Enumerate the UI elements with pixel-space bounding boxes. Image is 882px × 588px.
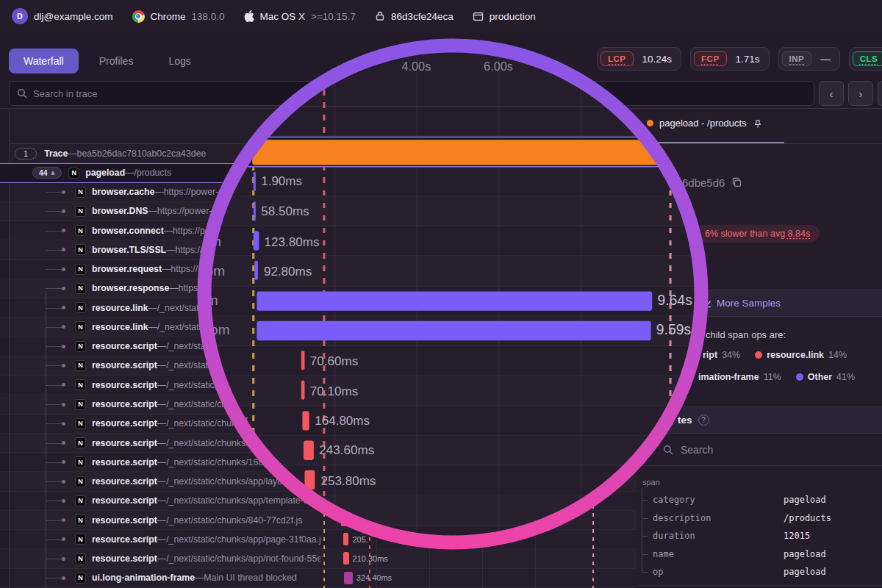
op-desc-separator: — [157,360,166,370]
attribute-value: pageload [784,495,826,505]
tab-profiles[interactable]: Profiles [85,49,148,74]
chevron-up-icon: ∧ [51,170,56,176]
search-icon [17,88,27,98]
span-op: resource.script [92,418,157,429]
nextjs-icon: N [75,244,86,255]
detail-tab-row: pageload - /products [637,109,882,144]
tab-waterfall[interactable]: Waterfall [9,49,79,74]
user-email: dlj@example.com [34,11,113,22]
nextjs-icon: N [75,379,86,390]
nextjs-icon: N [68,168,79,179]
span-duration-label: 210.30ms [353,554,388,563]
span-op: resource.script [92,399,157,409]
child-count-pill[interactable]: 1 [15,148,37,159]
environment-name: production [490,11,536,22]
span-op: resource.script [92,380,157,390]
span-op: resource.script [92,515,157,526]
op-desc-separator: — [157,515,166,526]
tree-connector [46,211,62,212]
span-description: /_next/static/chunks/app/page-31f0aa.js [166,534,320,545]
span-row[interactable]: Nresource.script — /_next/static/chunks/… [0,530,637,549]
tree-node-dot [62,345,65,348]
op-breakdown-label: resource.link [767,350,824,360]
tree-connector [46,250,62,251]
view-tabs: Waterfall Profiles Logs [9,49,206,74]
tree-cell: Nresource.script — /_next/static/chunks/… [0,549,320,567]
vital-inp[interactable]: INP — [778,47,840,71]
vital-fcp[interactable]: FCP 1.71s [690,47,770,71]
avg-duration: 8.84s [788,229,811,239]
tree-node-dot [62,248,65,251]
tree-connector [46,269,62,270]
attribute-row: description/products [637,509,882,528]
attribute-row: duration12015 [637,527,882,545]
release-chip: 86d3cfe24eca [375,11,453,22]
attribute-row: categorypageload [637,491,882,509]
vital-lcp[interactable]: LCP 10.24s [597,47,681,71]
search-placeholder: Search in trace [33,88,97,99]
span-op-dot [647,120,653,126]
attributes-group-label: span [642,478,660,487]
pin-icon[interactable] [753,118,763,129]
detail-tab-label: pageload - /products [659,118,747,129]
span-row[interactable]: Nresource.script — /_next/static/chunks/… [0,549,637,568]
span-description: /_next/static/chunks/840-77cd2f.js [166,515,302,526]
tree-connector [46,578,62,578]
span-op: resource.script [92,495,157,506]
tree-connector [46,559,62,559]
tree-connector [46,308,62,309]
span-bar[interactable] [343,533,348,545]
nextjs-icon: N [75,225,86,236]
span-bar[interactable] [341,514,346,526]
help-icon[interactable]: ? [698,415,709,426]
nextjs-icon: N [75,418,86,429]
span-bar[interactable] [344,572,353,584]
span-op: browser.connect [92,226,164,236]
tree-node-dot [62,422,65,426]
attributes-header: tes ? [637,406,882,434]
span-id-text: 6dbe5d6 [682,176,725,189]
tree-connector [46,192,62,193]
nextjs-icon: N [75,302,86,313]
op-desc-separator: — [157,380,166,390]
span-op: resource.script [92,438,157,448]
tree-connector [46,327,62,328]
span-row[interactable]: Nui.long-animation-frame — Main UI threa… [0,569,637,588]
tree-node-dot [62,287,65,290]
attributes-search-icon [663,445,673,455]
magnifier-content: D dlj@example.com Chrome 138.0.0 Mac OS … [211,52,695,536]
nextjs-icon: N [75,321,86,332]
op-color-dot [755,351,762,359]
tab-logs[interactable]: Logs [154,49,205,74]
detail-tab[interactable]: pageload - /products [647,118,763,129]
chrome-icon [132,10,145,23]
tree-connector [46,288,62,289]
tree-node-dot [62,537,65,541]
attribute-tree-stub [642,572,648,573]
tree-node-dot [62,441,65,445]
tree-node-dot [62,403,65,406]
meta-bar: D dlj@example.com Chrome 138.0.0 Mac OS … [0,0,882,32]
span-op: resource.script [92,553,157,564]
span-duration-label: 205. [352,535,368,544]
op-desc-separator: — [157,399,166,409]
tree-cell: Nui.long-animation-frame — Main UI threa… [0,569,320,587]
nextjs-icon: N [75,206,86,217]
op-breakdown-pct: 41% [836,372,855,382]
tree-connector [46,423,62,424]
prev-match-button[interactable]: ‹ [819,81,844,106]
vital-cls[interactable]: CLS 0 [849,47,882,71]
tree-cell: Nresource.script — /_next/static/chunks/… [0,472,320,490]
attributes-search[interactable]: Search [637,434,882,466]
nextjs-icon: N [75,476,86,487]
more-samples-link[interactable]: More Samples [703,298,781,309]
attribute-tree-stub [642,500,648,501]
next-match-button[interactable]: › [848,81,873,106]
tree-connector [46,481,62,482]
expand-collapse-pill[interactable]: 44∧ [32,167,62,179]
attributes-title: tes [678,415,692,426]
span-bar[interactable] [343,552,349,564]
tree-node-dot [62,364,65,368]
copy-icon[interactable] [731,177,742,188]
span-op: resource.script [92,360,157,370]
